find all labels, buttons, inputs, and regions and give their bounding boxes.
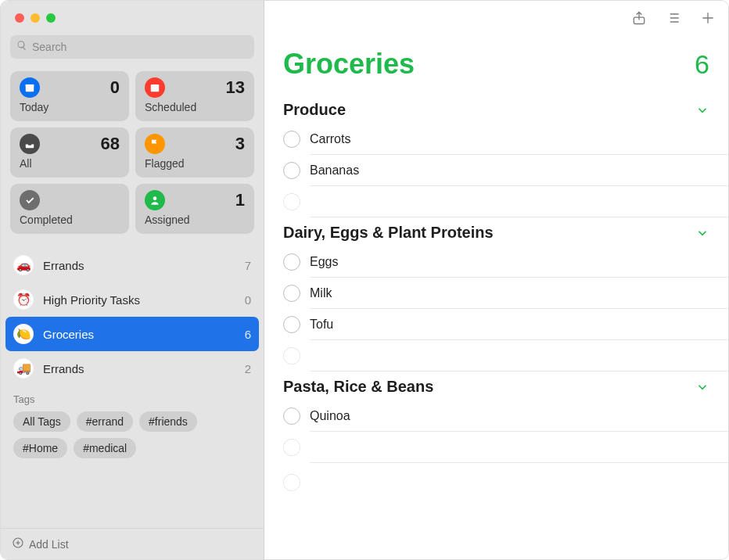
toolbar bbox=[264, 1, 728, 38]
reminder-row[interactable]: Bananas bbox=[310, 155, 728, 186]
reminder-row[interactable]: Quinoa bbox=[310, 400, 728, 432]
tag--medical[interactable]: #medical bbox=[74, 438, 136, 458]
sidebar-list-2[interactable]: 🍋Groceries6 bbox=[5, 317, 259, 351]
sidebar-list-1[interactable]: ⏰High Priority Tasks0 bbox=[1, 282, 264, 317]
my-lists: 🚗Errands7⏰High Priority Tasks0🍋Groceries… bbox=[1, 240, 264, 390]
reminder-row[interactable]: Milk bbox=[310, 278, 728, 309]
share-icon[interactable] bbox=[631, 10, 647, 29]
smart-scheduled-count: 13 bbox=[165, 77, 245, 98]
list-name: Groceries bbox=[43, 328, 245, 341]
smart-flagged[interactable]: 3 Flagged bbox=[135, 127, 254, 178]
section-header-2[interactable]: Pasta, Rice & Beans bbox=[264, 372, 728, 399]
tags-header: Tags bbox=[13, 393, 251, 405]
smart-all-count: 68 bbox=[40, 134, 120, 154]
list-name: Errands bbox=[43, 362, 245, 375]
complete-circle-icon[interactable] bbox=[283, 285, 300, 302]
smart-assigned[interactable]: 1 Assigned bbox=[135, 184, 254, 234]
smart-flagged-label: Flagged bbox=[145, 157, 245, 170]
complete-circle-icon[interactable] bbox=[283, 131, 300, 148]
list-total: 6 bbox=[695, 49, 709, 80]
add-reminder-icon[interactable] bbox=[700, 10, 716, 29]
checkmark-icon bbox=[20, 190, 40, 210]
sidebar-list-3[interactable]: 🚚Errands2 bbox=[1, 351, 264, 386]
reminder-text: Quinoa bbox=[310, 409, 350, 423]
add-list-button[interactable]: Add List bbox=[1, 528, 264, 559]
section-items-1: EggsMilkTofu bbox=[264, 245, 728, 372]
tags-section: Tags All Tags#errand#friends#Home#medica… bbox=[1, 390, 264, 466]
search-input[interactable] bbox=[32, 41, 248, 53]
empty-circle-icon bbox=[283, 347, 300, 364]
minimize-window[interactable] bbox=[31, 13, 40, 23]
section-header-0[interactable]: Produce bbox=[264, 95, 728, 122]
list-emoji-icon: 🍋 bbox=[13, 324, 34, 344]
smart-assigned-label: Assigned bbox=[145, 214, 245, 226]
list-emoji-icon: ⏰ bbox=[13, 289, 34, 310]
tag--home[interactable]: #Home bbox=[13, 438, 67, 458]
new-reminder-placeholder[interactable] bbox=[264, 463, 728, 491]
list-count: 6 bbox=[245, 328, 251, 341]
window-controls bbox=[1, 1, 264, 29]
sidebar: 0 Today 13 Scheduled 68 All 3 Flagged bbox=[1, 1, 264, 559]
section-header-1[interactable]: Dairy, Eggs & Plant Proteins bbox=[264, 217, 728, 245]
reminder-row[interactable]: Eggs bbox=[310, 246, 728, 278]
list-count: 2 bbox=[245, 362, 251, 375]
smart-today-count: 0 bbox=[40, 77, 120, 98]
zoom-window[interactable] bbox=[46, 13, 56, 23]
list-name: High Priority Tasks bbox=[43, 293, 245, 307]
chevron-down-icon[interactable] bbox=[695, 226, 709, 240]
smart-today[interactable]: 0 Today bbox=[10, 71, 129, 121]
chevron-down-icon[interactable] bbox=[695, 380, 709, 394]
list-title: Groceries bbox=[283, 48, 415, 81]
complete-circle-icon[interactable] bbox=[283, 253, 300, 271]
smart-flagged-count: 3 bbox=[165, 134, 245, 154]
reminder-text: Eggs bbox=[310, 255, 338, 269]
section-items-0: CarrotsBananas bbox=[264, 122, 728, 217]
smart-assigned-count: 1 bbox=[165, 190, 245, 210]
reminder-text: Carrots bbox=[310, 132, 350, 146]
smart-all-label: All bbox=[20, 157, 120, 170]
new-reminder-row[interactable] bbox=[310, 432, 728, 463]
search-field[interactable] bbox=[10, 35, 254, 59]
list-emoji-icon: 🚗 bbox=[13, 255, 34, 275]
empty-circle-icon bbox=[283, 193, 300, 210]
smart-scheduled[interactable]: 13 Scheduled bbox=[135, 71, 254, 121]
complete-circle-icon[interactable] bbox=[283, 316, 300, 333]
smart-completed[interactable]: Completed bbox=[10, 184, 129, 234]
complete-circle-icon[interactable] bbox=[283, 407, 300, 425]
plus-circle-icon bbox=[12, 537, 24, 551]
tray-icon bbox=[20, 134, 40, 154]
new-reminder-row[interactable] bbox=[310, 186, 728, 217]
list-name: Errands bbox=[43, 259, 245, 272]
reminder-sections: ProduceCarrotsBananasDairy, Eggs & Plant… bbox=[264, 95, 728, 463]
complete-circle-icon[interactable] bbox=[283, 162, 300, 179]
list-view-icon[interactable] bbox=[666, 10, 681, 29]
chevron-down-icon[interactable] bbox=[695, 103, 709, 117]
list-count: 0 bbox=[245, 293, 251, 307]
add-list-label: Add List bbox=[29, 538, 69, 551]
empty-circle-icon bbox=[283, 439, 300, 456]
section-items-2: Quinoa bbox=[264, 399, 728, 463]
search-icon bbox=[16, 40, 32, 54]
empty-circle-icon bbox=[283, 474, 300, 491]
reminder-text: Bananas bbox=[310, 163, 359, 178]
section-title: Produce bbox=[283, 101, 346, 119]
section-title: Dairy, Eggs & Plant Proteins bbox=[283, 224, 494, 242]
reminder-row[interactable]: Tofu bbox=[310, 309, 728, 340]
new-reminder-row[interactable] bbox=[310, 340, 728, 372]
smart-scheduled-label: Scheduled bbox=[145, 101, 245, 113]
smart-all[interactable]: 68 All bbox=[10, 127, 129, 178]
reminder-text: Tofu bbox=[310, 318, 333, 332]
tag--errand[interactable]: #errand bbox=[77, 411, 133, 432]
section-title: Pasta, Rice & Beans bbox=[283, 378, 433, 396]
sidebar-list-0[interactable]: 🚗Errands7 bbox=[1, 248, 264, 282]
tag-all-tags[interactable]: All Tags bbox=[13, 411, 70, 432]
svg-rect-1 bbox=[26, 84, 34, 87]
calendar-icon bbox=[145, 77, 165, 98]
svg-point-3 bbox=[153, 196, 157, 200]
reminder-text: Milk bbox=[310, 286, 332, 300]
smart-lists-grid: 0 Today 13 Scheduled 68 All 3 Flagged bbox=[1, 65, 264, 240]
tag--friends[interactable]: #friends bbox=[139, 411, 197, 432]
list-emoji-icon: 🚚 bbox=[13, 358, 34, 379]
reminder-row[interactable]: Carrots bbox=[310, 124, 728, 155]
close-window[interactable] bbox=[15, 13, 24, 23]
